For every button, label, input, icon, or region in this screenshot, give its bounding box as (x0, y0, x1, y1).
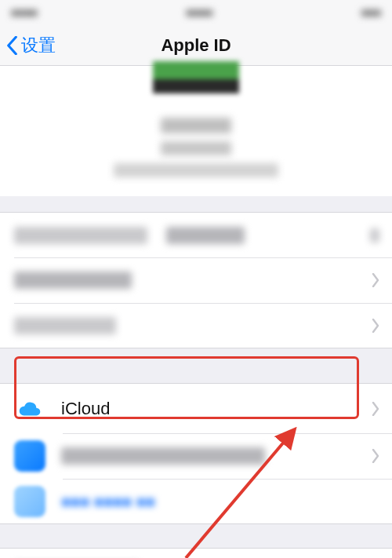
service3-label-redacted: ■■■ ■■■■ ■■ (61, 493, 155, 511)
back-button[interactable]: 设置 (0, 34, 56, 57)
services-group: iCloud ■■■ ■■■■ ■■ (0, 383, 392, 524)
row3-label-redacted (14, 317, 116, 334)
chevron-right-icon (372, 449, 379, 463)
status-left: ■■■■ (11, 6, 38, 19)
row1-value-redacted (166, 227, 245, 244)
app-icon-redacted (14, 486, 45, 517)
app-icon-redacted (14, 440, 45, 472)
profile-email-redacted (114, 163, 278, 177)
service-row-3[interactable]: ■■■ ■■■■ ■■ (0, 479, 392, 524)
icloud-row[interactable]: iCloud (0, 383, 392, 433)
account-row-1[interactable] (0, 212, 392, 257)
service-row-2[interactable] (0, 433, 392, 479)
profile-name-redacted (161, 118, 231, 133)
section-gap (0, 524, 392, 548)
account-row-3[interactable] (0, 303, 392, 348)
back-label: 设置 (21, 34, 56, 57)
appleid-settings-screen: ■■■■ ■■■■ ■■■ 设置 Apple ID (0, 0, 392, 558)
chevron-right-icon (372, 402, 379, 416)
chevron-right-icon (372, 319, 379, 333)
icloud-icon (14, 393, 45, 425)
profile-sub1-redacted (161, 141, 231, 155)
icloud-label: iCloud (61, 399, 110, 419)
status-center: ■■■■ (186, 6, 212, 19)
avatar[interactable] (153, 61, 239, 107)
chevron-left-icon (6, 36, 18, 55)
page-title: Apple ID (0, 35, 392, 56)
row2-label-redacted (14, 272, 132, 289)
row1-label-redacted (14, 227, 147, 244)
service2-label-redacted (61, 447, 265, 465)
section-gap (0, 196, 392, 212)
section-gap (0, 348, 392, 383)
chevron-right-icon (372, 273, 379, 287)
account-details-group (0, 212, 392, 348)
account-row-2[interactable] (0, 257, 392, 303)
nav-bar: 设置 Apple ID (0, 25, 392, 66)
bottom-row-1[interactable] (0, 548, 392, 558)
bottom-group-partial (0, 548, 392, 558)
status-bar: ■■■■ ■■■■ ■■■ (0, 0, 392, 25)
row1-right-redacted (370, 228, 379, 243)
profile-header (0, 66, 392, 196)
status-right: ■■■ (361, 6, 381, 19)
